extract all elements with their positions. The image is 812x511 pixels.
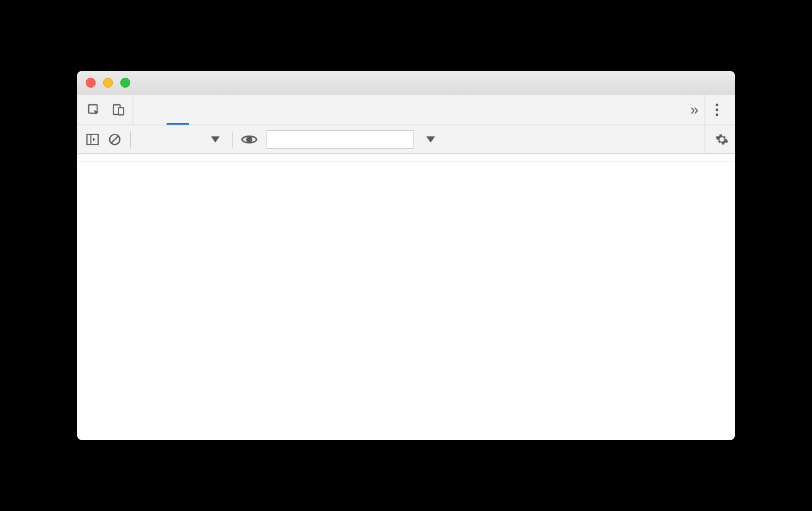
devtools-window: »	[77, 71, 735, 440]
clear-console-icon[interactable]	[108, 133, 122, 146]
console-settings-icon[interactable]	[705, 125, 729, 153]
tab-performance[interactable]	[233, 94, 255, 125]
console-toolbar	[77, 125, 735, 154]
tabbar-right: »	[690, 94, 735, 125]
titlebar	[77, 71, 735, 94]
tab-console[interactable]	[167, 94, 189, 125]
inspect-element-icon[interactable]	[87, 103, 101, 117]
log-message-row	[77, 154, 735, 162]
console-output	[77, 154, 735, 440]
svg-point-4	[716, 108, 719, 111]
svg-rect-6	[87, 134, 98, 144]
chevron-down-icon	[211, 136, 220, 143]
close-window-button[interactable]	[86, 78, 96, 88]
window-controls	[77, 78, 130, 88]
settings-menu-button[interactable]	[705, 94, 729, 125]
tab-sources[interactable]	[189, 94, 211, 125]
panel-tabbar: »	[77, 94, 735, 125]
svg-point-5	[716, 113, 719, 116]
log-levels-select[interactable]	[423, 136, 435, 143]
divider	[232, 131, 233, 147]
svg-point-3	[716, 103, 719, 106]
tab-network[interactable]	[211, 94, 233, 125]
svg-rect-2	[118, 107, 123, 115]
chevron-down-icon	[426, 136, 435, 143]
device-toolbar-icon[interactable]	[112, 103, 125, 117]
execution-context-select[interactable]	[139, 136, 223, 143]
live-expression-icon[interactable]	[241, 134, 257, 145]
panel-tabs	[133, 94, 255, 125]
svg-point-8	[246, 136, 252, 143]
more-tabs-icon[interactable]: »	[690, 101, 695, 118]
inspect-controls	[77, 94, 133, 125]
filter-input[interactable]	[266, 130, 414, 149]
toggle-console-sidebar-icon[interactable]	[86, 133, 99, 146]
minimize-window-button[interactable]	[103, 78, 113, 88]
divider	[130, 131, 131, 147]
console-prompt[interactable]	[77, 162, 735, 169]
tab-elements[interactable]	[144, 94, 167, 125]
zoom-window-button[interactable]	[120, 78, 130, 88]
